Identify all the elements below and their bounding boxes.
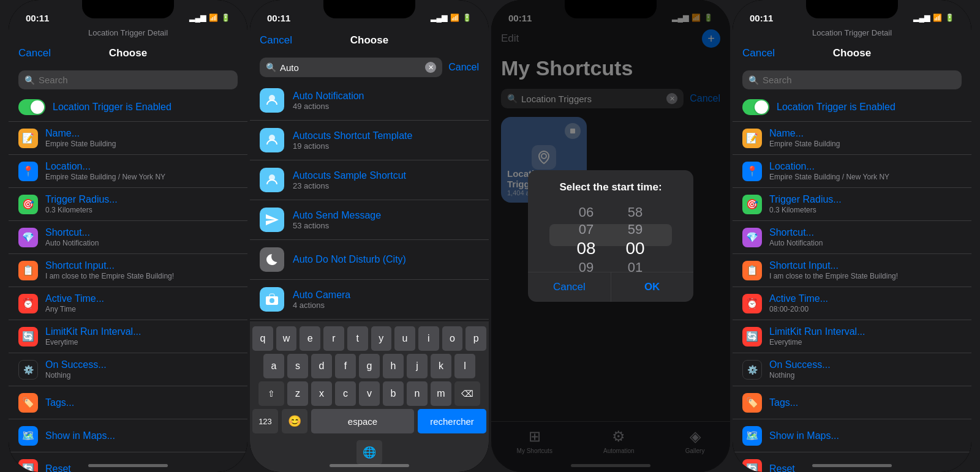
list-item-shortcut-1[interactable]: 💎 Shortcut... Auto Notification — [9, 221, 247, 254]
key-f[interactable]: f — [335, 354, 356, 378]
key-delete[interactable]: ⌫ — [454, 381, 480, 406]
item-title-suc-1: On Success... — [45, 359, 107, 370]
interval-icon-1: 🔄 — [18, 327, 38, 347]
enabled-toggle-4[interactable] — [742, 99, 769, 115]
shortcut-auto-camera[interactable]: Auto Camera 4 actions — [250, 280, 489, 320]
list-item-radius-1[interactable]: 🎯 Trigger Radius... 0.3 Kilometers — [9, 188, 247, 221]
location-icon-4: 📍 — [742, 162, 762, 181]
shortcut-auto-send[interactable]: Auto Send Message 53 actions — [250, 200, 489, 240]
search-input-4[interactable] — [763, 75, 956, 85]
time-4: 00:11 — [750, 13, 773, 23]
key-a[interactable]: a — [263, 354, 284, 378]
list-item-location-1[interactable]: 📍 Location... Empire State Building / Ne… — [9, 155, 247, 188]
list-item-time-4[interactable]: ⏰ Active Time... 08:00-20:00 — [733, 287, 971, 320]
list-item-success-4[interactable]: ⚙️ On Success... Nothing — [733, 353, 971, 386]
shortcuts-list-2: Auto Notification 49 actions Autocuts Sh… — [250, 81, 489, 321]
modal-actions-3: Cancel OK — [528, 272, 693, 302]
auto-dnd-title: Auto Do Not Disturb (City) — [293, 254, 406, 265]
shortcut-auto-notif[interactable]: Auto Notification 49 actions — [250, 81, 489, 121]
key-o[interactable]: o — [442, 326, 463, 351]
key-space[interactable]: espace — [311, 409, 414, 433]
list-item-location-4[interactable]: 📍 Location... Empire State Building / Ne… — [733, 155, 971, 188]
key-l[interactable]: l — [454, 354, 475, 378]
modal-ok-btn[interactable]: OK — [611, 272, 693, 302]
key-emoji[interactable]: 😊 — [282, 409, 307, 433]
sub-header-4: Location Trigger Detail — [733, 27, 971, 40]
key-d[interactable]: d — [311, 354, 332, 378]
item-title-tags-1: Tags... — [45, 397, 74, 408]
key-w[interactable]: w — [276, 326, 297, 351]
toggle-item-4[interactable]: Location Trigger is Enabled — [733, 93, 971, 122]
list-item-name-4[interactable]: 📝 Name... Empire State Building — [733, 122, 971, 155]
shortcut-autocuts-template[interactable]: Autocuts Shortcut Template 19 actions — [250, 121, 489, 160]
nav-bar-2: Cancel Choose — [250, 27, 489, 54]
success-icon-4: ⚙️ — [742, 360, 762, 380]
signal-icon-2: ▂▄▆ — [431, 13, 447, 22]
key-j[interactable]: j — [407, 354, 428, 378]
list-item-interval-4[interactable]: 🔄 LimitKit Run Interval... Everytime — [733, 320, 971, 353]
key-globe[interactable]: 🌐 — [356, 440, 382, 465]
search-cancel-2[interactable]: Cancel — [448, 62, 479, 73]
battery-icon-1: 🔋 — [221, 13, 230, 22]
list-item-interval-1[interactable]: 🔄 LimitKit Run Interval... Everytime — [9, 320, 247, 353]
cancel-btn-2[interactable]: Cancel — [260, 34, 292, 47]
key-t[interactable]: t — [347, 326, 368, 351]
auto-send-title: Auto Send Message — [293, 210, 381, 221]
key-c[interactable]: c — [335, 381, 356, 406]
list-item-maps-1[interactable]: 🗺️ Show in Maps... — [9, 419, 247, 452]
key-x[interactable]: x — [311, 381, 332, 406]
list-item-time-1[interactable]: ⏰ Active Time... Any Time — [9, 287, 247, 320]
tags-icon-4: 🏷️ — [742, 393, 762, 413]
list-item-input-1[interactable]: 📋 Shortcut Input... I am close to the Em… — [9, 254, 247, 287]
key-z[interactable]: z — [287, 381, 308, 406]
key-k[interactable]: k — [431, 354, 451, 378]
list-item-reset-1[interactable]: 🔄 Reset — [9, 452, 247, 472]
item-sub-time-4: 08:00-20:00 — [769, 305, 828, 313]
key-123[interactable]: 123 — [252, 409, 278, 433]
shortcut-autocuts-sample[interactable]: Autocuts Sample Shortcut 23 actions — [250, 160, 489, 200]
enabled-toggle-1[interactable] — [18, 99, 45, 115]
key-v[interactable]: v — [359, 381, 380, 406]
list-item-tags-4[interactable]: 🏷️ Tags... — [733, 386, 971, 419]
notch-1 — [82, 0, 174, 18]
item-sub-time-1: Any Time — [45, 305, 104, 313]
key-s[interactable]: s — [287, 354, 308, 378]
location-icon-1: 📍 — [18, 162, 38, 181]
list-item-name-1[interactable]: 📝 Name... Empire State Building — [9, 122, 247, 155]
list-item-reset-4[interactable]: 🔄 Reset — [733, 452, 971, 472]
key-b[interactable]: b — [383, 381, 404, 406]
key-e[interactable]: e — [300, 326, 320, 351]
key-m[interactable]: m — [431, 381, 451, 406]
list-item-radius-4[interactable]: 🎯 Trigger Radius... 0.3 Kilometers — [733, 188, 971, 221]
auto-cam-sub: 4 actions — [293, 301, 350, 310]
search-field-2[interactable]: 🔍 Auto ✕ — [260, 58, 442, 77]
key-return[interactable]: rechercher — [418, 409, 486, 433]
key-n[interactable]: n — [407, 381, 428, 406]
list-item-success-1[interactable]: ⚙️ On Success... Nothing — [9, 353, 247, 386]
cancel-btn-1[interactable]: Cancel — [18, 47, 51, 59]
clear-btn-2[interactable]: ✕ — [425, 62, 436, 73]
key-u[interactable]: u — [394, 326, 415, 351]
key-shift[interactable]: ⇧ — [258, 381, 284, 406]
battery-icon-4: 🔋 — [945, 13, 954, 22]
toggle-knob-4 — [755, 100, 768, 114]
item-title-int-1: LimitKit Run Interval... — [45, 326, 141, 337]
key-h[interactable]: h — [383, 354, 404, 378]
key-q[interactable]: q — [252, 326, 273, 351]
list-item-shortcut-4[interactable]: 💎 Shortcut... Auto Notification — [733, 221, 971, 254]
list-item-maps-4[interactable]: 🗺️ Show in Maps... — [733, 419, 971, 452]
list-item-tags-1[interactable]: 🏷️ Tags... — [9, 386, 247, 419]
shortcut-auto-dnd[interactable]: Auto Do Not Disturb (City) — [250, 240, 489, 280]
modal-cancel-btn[interactable]: Cancel — [528, 272, 611, 302]
item-title-int-4: LimitKit Run Interval... — [769, 326, 865, 337]
cancel-btn-4[interactable]: Cancel — [742, 47, 775, 59]
sub-header-1: Location Trigger Detail — [9, 27, 247, 40]
search-input-1[interactable] — [39, 75, 232, 85]
key-y[interactable]: y — [371, 326, 392, 351]
key-p[interactable]: p — [466, 326, 486, 351]
key-r[interactable]: r — [323, 326, 344, 351]
key-g[interactable]: g — [359, 354, 380, 378]
list-item-input-4[interactable]: 📋 Shortcut Input... I am close to the Em… — [733, 254, 971, 287]
key-i[interactable]: i — [418, 326, 439, 351]
toggle-item-1[interactable]: Location Trigger is Enabled — [9, 93, 247, 122]
